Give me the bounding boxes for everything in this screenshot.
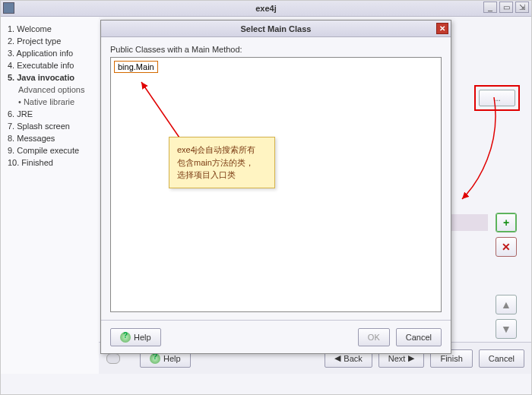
wizard-step[interactable]: 10. Finished [8, 156, 96, 169]
help-icon [150, 353, 160, 364]
list-item[interactable]: bing.Main [114, 61, 158, 73]
dialog-title: Select Main Class [241, 24, 312, 33]
wizard-step[interactable]: 2. Project type [8, 35, 96, 47]
wizard-step[interactable]: 7. Splash screen [8, 120, 96, 132]
select-main-class-dialog: Select Main Class ✕ Public Classes with … [100, 20, 451, 354]
window-title: exe4j [255, 4, 277, 13]
wizard-step[interactable]: 9. Compile execute [8, 144, 96, 156]
dialog-cancel-button[interactable]: Cancel [396, 328, 442, 346]
title-bar: exe4j ⎯ ▭ ⇲ [0, 0, 532, 17]
list-label: Public Classes with a Main Method: [101, 37, 451, 57]
window-controls: ⎯ ▭ ⇲ [483, 2, 529, 13]
wizard-step-list: 1. Welcome2. Project type3. Application … [0, 17, 99, 374]
wizard-step[interactable]: 4. Executable info [8, 59, 96, 71]
close-icon[interactable]: ✕ [436, 23, 448, 34]
move-up-button[interactable]: ▲ [496, 295, 517, 314]
wizard-step[interactable]: Advanced options [8, 84, 96, 96]
annotation-highlight-box [474, 85, 520, 111]
cancel-button[interactable]: Cancel [479, 349, 524, 368]
wizard-step[interactable]: 8. Messages [8, 132, 96, 144]
wizard-step[interactable]: Native librarie [8, 96, 96, 108]
wizard-step[interactable]: 5. Java invocatio [8, 71, 96, 84]
dialog-button-bar: Help OK Cancel [101, 320, 451, 353]
wizard-step[interactable]: 3. Application info [8, 47, 96, 59]
add-button[interactable]: + [496, 213, 517, 232]
classpath-side-buttons: + ✕ [496, 213, 517, 257]
dialog-help-button[interactable]: Help [110, 328, 161, 346]
step-progress-icon [106, 353, 120, 364]
main-class-listbox[interactable]: bing.Main [110, 57, 442, 312]
restore-icon[interactable]: ⇲ [515, 2, 529, 13]
dialog-title-bar: Select Main Class ✕ [101, 21, 451, 37]
move-down-button[interactable]: ▼ [496, 319, 517, 339]
app-icon [3, 2, 14, 14]
help-icon [120, 332, 131, 343]
maximize-icon[interactable]: ▭ [499, 2, 513, 13]
wizard-step[interactable]: 6. JRE [8, 108, 96, 120]
reorder-buttons: ▲ ▼ [496, 295, 517, 339]
remove-button[interactable]: ✕ [496, 237, 517, 257]
minimize-icon[interactable]: ⎯ [483, 2, 497, 13]
ok-button[interactable]: OK [358, 328, 390, 346]
annotation-note: exe4j会自动搜索所有 包含main方法的类， 选择项目入口类 [169, 137, 275, 188]
wizard-step[interactable]: 1. Welcome [8, 23, 96, 35]
